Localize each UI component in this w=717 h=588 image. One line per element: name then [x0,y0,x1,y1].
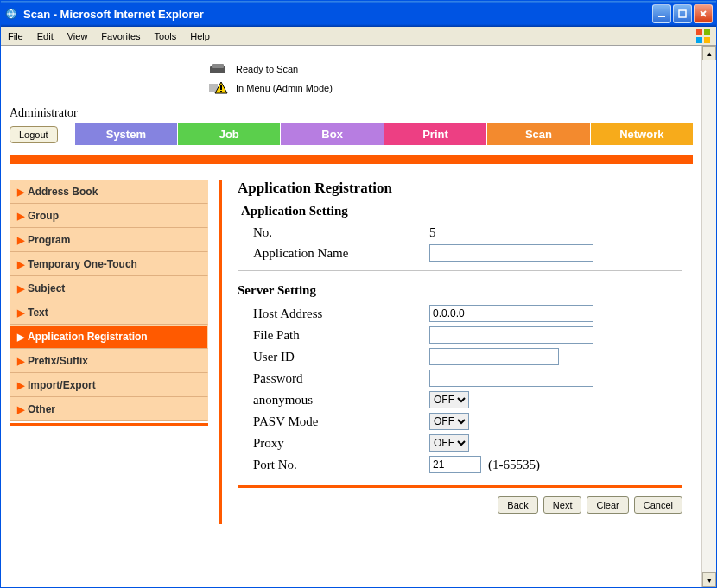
menu-tools[interactable]: Tools [155,31,177,41]
user-id-input[interactable] [429,348,559,365]
maximize-button[interactable] [673,4,692,23]
sidebar-item-other[interactable]: ▶Other [10,397,208,421]
ie-icon [4,7,18,21]
sidebar-item-label: Text [28,307,48,319]
user-id-label: User ID [253,350,429,364]
sidebar-item-address-book[interactable]: ▶Address Book [10,180,208,204]
port-range: (1-65535) [488,458,540,472]
caret-icon: ▶ [17,235,24,246]
page-title: Application Registration [238,180,682,197]
sidebar-item-text[interactable]: ▶Text [10,300,208,325]
scanner-icon [208,61,229,77]
svg-rect-8 [212,64,224,68]
window-title: Scan - Microsoft Internet Explorer [23,8,650,21]
svg-rect-1 [658,16,665,17]
menu-edit[interactable]: Edit [37,31,54,41]
sidebar-item-program[interactable]: ▶Program [10,228,208,252]
svg-rect-11 [220,85,222,90]
caret-icon: ▶ [17,380,24,391]
caret-icon: ▶ [17,259,24,270]
host-address-input[interactable] [429,305,593,322]
tab-network[interactable]: Network [591,123,693,145]
server-setting-title: Server Setting [238,283,682,298]
logout-button[interactable]: Logout [10,126,58,143]
sidebar-item-label: Temporary One-Touch [28,258,137,270]
warning-icon [208,80,229,96]
caret-icon: ▶ [17,356,24,367]
sidebar-item-label: Group [28,210,59,222]
status-ready: Ready to Scan [236,64,298,74]
sidebar-item-label: Subject [28,282,65,294]
titlebar: Scan - Microsoft Internet Explorer [1,1,716,27]
caret-icon: ▶ [17,283,24,294]
sidebar-item-temporary-one-touch[interactable]: ▶Temporary One-Touch [10,252,208,276]
button-row: Back Next Clear Cancel [238,496,682,514]
status-menu: In Menu (Admin Mode) [236,83,333,93]
windows-flag-icon [695,28,711,44]
close-button[interactable] [694,4,713,23]
status-panel: Ready to Scan In Menu (Admin Mode) [208,61,693,96]
port-input[interactable] [429,456,481,473]
sidebar-item-label: Other [28,403,55,415]
admin-label: Administrator [10,106,693,120]
menubar: File Edit View Favorites Tools Help [1,27,716,46]
top-tabs: System Job Box Print Scan Network [75,123,693,145]
file-path-input[interactable] [429,326,593,344]
section-divider [238,270,682,271]
menu-help[interactable]: Help [190,31,210,41]
scroll-up-button[interactable]: ▴ [702,46,716,60]
tab-job[interactable]: Job [178,123,280,145]
proxy-select[interactable]: OFF [429,434,469,452]
sidebar-item-subject[interactable]: ▶Subject [10,276,208,300]
no-value: 5 [429,225,436,240]
caret-icon: ▶ [17,211,24,222]
tab-print[interactable]: Print [384,123,486,145]
anonymous-select[interactable]: OFF [429,391,469,408]
clear-button[interactable]: Clear [587,496,628,514]
content-area: Ready to Scan In Menu (Admin Mode) Admin… [1,46,716,587]
minimize-button[interactable] [652,4,671,23]
menu-view[interactable]: View [67,31,88,41]
caret-icon: ▶ [17,187,24,198]
cancel-button[interactable]: Cancel [634,496,682,514]
tab-system[interactable]: System [75,123,177,145]
anonymous-label: anonymous [253,393,429,408]
pasv-select[interactable]: OFF [429,413,469,430]
browser-window: Scan - Microsoft Internet Explorer File … [0,0,717,588]
menu-file[interactable]: File [8,31,23,41]
file-path-label: File Path [253,328,429,343]
password-input[interactable] [429,370,593,387]
svg-rect-3 [696,29,702,35]
proxy-label: Proxy [253,436,429,451]
back-button[interactable]: Back [498,496,537,514]
svg-rect-4 [704,29,710,35]
sidebar-underline [10,423,208,426]
scroll-track[interactable] [702,60,716,572]
caret-icon: ▶ [17,307,24,319]
sidebar-item-label: Address Book [28,186,98,198]
caret-icon: ▶ [17,404,24,415]
main-panel: Application Registration Application Set… [222,180,693,524]
pasv-label: PASV Mode [253,414,429,429]
application-setting-title: Application Setting [241,204,682,218]
sidebar-item-import-export[interactable]: ▶Import/Export [10,373,208,397]
app-name-input[interactable] [429,244,593,262]
port-label: Port No. [253,458,429,472]
sidebar-item-group[interactable]: ▶Group [10,204,208,228]
svg-rect-12 [220,91,222,92]
scroll-down-button[interactable]: ▾ [702,572,716,587]
sidebar-item-prefix-suffix[interactable]: ▶Prefix/Suffix [10,349,208,373]
tab-scan[interactable]: Scan [487,123,589,145]
sidebar-item-label: Prefix/Suffix [28,355,88,367]
sidebar-item-application-registration[interactable]: ▶Application Registration [10,325,208,349]
svg-rect-5 [696,37,702,43]
password-label: Password [253,371,429,386]
sidebar-item-label: Application Registration [28,331,148,343]
sidebar-item-label: Import/Export [28,379,96,391]
vertical-scrollbar[interactable]: ▴ ▾ [701,46,716,587]
menu-favorites[interactable]: Favorites [101,31,140,41]
tab-box[interactable]: Box [281,123,383,145]
no-label: No. [253,225,429,240]
next-button[interactable]: Next [543,496,582,514]
app-name-label: Application Name [253,246,429,261]
